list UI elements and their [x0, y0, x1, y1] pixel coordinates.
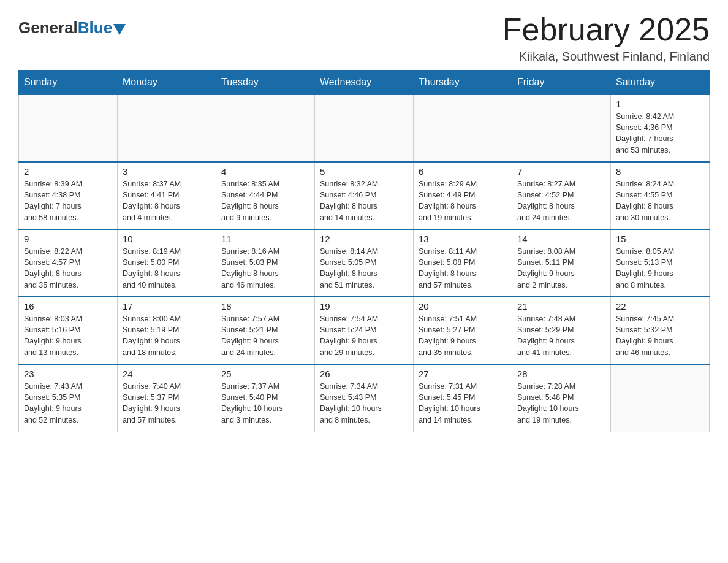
title-block: February 2025 Kiikala, Southwest Finland…: [502, 12, 710, 64]
day-number: 7: [517, 166, 605, 177]
weekday-header-row: SundayMondayTuesdayWednesdayThursdayFrid…: [19, 71, 710, 95]
calendar-cell: 7Sunrise: 8:27 AM Sunset: 4:52 PM Daylig…: [512, 162, 611, 229]
weekday-header-saturday: Saturday: [611, 71, 710, 95]
day-number: 3: [123, 166, 211, 177]
weekday-header-thursday: Thursday: [414, 71, 512, 95]
weekday-header-sunday: Sunday: [19, 71, 118, 95]
logo-blue-part: Blue: [78, 18, 126, 37]
day-number: 11: [221, 234, 309, 244]
calendar-cell: 15Sunrise: 8:05 AM Sunset: 5:13 PM Dayli…: [611, 229, 710, 297]
week-row-1: 1Sunrise: 8:42 AM Sunset: 4:36 PM Daylig…: [19, 94, 710, 162]
calendar-cell: 25Sunrise: 7:37 AM Sunset: 5:40 PM Dayli…: [216, 364, 315, 432]
calendar-cell: 21Sunrise: 7:48 AM Sunset: 5:29 PM Dayli…: [512, 297, 611, 364]
day-info: Sunrise: 8:27 AM Sunset: 4:52 PM Dayligh…: [517, 178, 605, 223]
day-info: Sunrise: 8:29 AM Sunset: 4:49 PM Dayligh…: [419, 178, 507, 223]
day-info: Sunrise: 7:45 AM Sunset: 5:32 PM Dayligh…: [616, 313, 704, 358]
day-number: 23: [24, 369, 112, 379]
calendar-cell: 2Sunrise: 8:39 AM Sunset: 4:38 PM Daylig…: [19, 162, 118, 229]
day-number: 26: [320, 369, 408, 379]
calendar-cell: [216, 94, 315, 162]
day-info: Sunrise: 8:32 AM Sunset: 4:46 PM Dayligh…: [320, 178, 408, 223]
logo-general-text: General: [18, 18, 78, 37]
day-info: Sunrise: 8:00 AM Sunset: 5:19 PM Dayligh…: [123, 313, 211, 358]
day-number: 10: [123, 234, 211, 244]
day-info: Sunrise: 7:51 AM Sunset: 5:27 PM Dayligh…: [419, 313, 507, 358]
day-info: Sunrise: 7:34 AM Sunset: 5:43 PM Dayligh…: [320, 381, 408, 426]
day-info: Sunrise: 7:37 AM Sunset: 5:40 PM Dayligh…: [221, 381, 309, 426]
day-number: 15: [616, 234, 704, 244]
day-info: Sunrise: 7:28 AM Sunset: 5:48 PM Dayligh…: [517, 381, 605, 426]
day-info: Sunrise: 8:16 AM Sunset: 5:03 PM Dayligh…: [221, 246, 309, 291]
location-subtitle: Kiikala, Southwest Finland, Finland: [502, 50, 710, 64]
calendar-cell: 28Sunrise: 7:28 AM Sunset: 5:48 PM Dayli…: [512, 364, 611, 432]
calendar-cell: 24Sunrise: 7:40 AM Sunset: 5:37 PM Dayli…: [118, 364, 216, 432]
weekday-header-wednesday: Wednesday: [315, 71, 414, 95]
day-info: Sunrise: 7:54 AM Sunset: 5:24 PM Dayligh…: [320, 313, 408, 358]
day-number: 4: [221, 166, 309, 177]
calendar-cell: [118, 94, 216, 162]
logo: General Blue: [18, 18, 126, 37]
day-info: Sunrise: 7:31 AM Sunset: 5:45 PM Dayligh…: [419, 381, 507, 426]
calendar-cell: 22Sunrise: 7:45 AM Sunset: 5:32 PM Dayli…: [611, 297, 710, 364]
calendar-cell: 1Sunrise: 8:42 AM Sunset: 4:36 PM Daylig…: [611, 94, 710, 162]
day-number: 2: [24, 166, 112, 177]
day-number: 1: [616, 99, 704, 109]
logo-triangle-icon: [113, 24, 126, 35]
weekday-header-tuesday: Tuesday: [216, 71, 315, 95]
calendar-cell: 19Sunrise: 7:54 AM Sunset: 5:24 PM Dayli…: [315, 297, 414, 364]
calendar-cell: 4Sunrise: 8:35 AM Sunset: 4:44 PM Daylig…: [216, 162, 315, 229]
calendar-cell: 17Sunrise: 8:00 AM Sunset: 5:19 PM Dayli…: [118, 297, 216, 364]
day-info: Sunrise: 8:05 AM Sunset: 5:13 PM Dayligh…: [616, 246, 704, 291]
calendar-cell: [414, 94, 512, 162]
day-number: 8: [616, 166, 704, 177]
calendar-cell: [19, 94, 118, 162]
day-info: Sunrise: 8:24 AM Sunset: 4:55 PM Dayligh…: [616, 178, 704, 223]
calendar-cell: 12Sunrise: 8:14 AM Sunset: 5:05 PM Dayli…: [315, 229, 414, 297]
calendar-cell: 8Sunrise: 8:24 AM Sunset: 4:55 PM Daylig…: [611, 162, 710, 229]
day-number: 22: [616, 301, 704, 312]
day-number: 16: [24, 301, 112, 312]
month-title: February 2025: [502, 12, 710, 47]
calendar-cell: [512, 94, 611, 162]
page-header: General Blue February 2025 Kiikala, Sout…: [18, 12, 710, 64]
weekday-header-monday: Monday: [118, 71, 216, 95]
day-number: 25: [221, 369, 309, 379]
week-row-4: 16Sunrise: 8:03 AM Sunset: 5:16 PM Dayli…: [19, 297, 710, 364]
calendar-cell: 5Sunrise: 8:32 AM Sunset: 4:46 PM Daylig…: [315, 162, 414, 229]
day-number: 27: [419, 369, 507, 379]
calendar-cell: [611, 364, 710, 432]
day-info: Sunrise: 8:14 AM Sunset: 5:05 PM Dayligh…: [320, 246, 408, 291]
day-number: 6: [419, 166, 507, 177]
day-number: 20: [419, 301, 507, 312]
calendar-cell: 11Sunrise: 8:16 AM Sunset: 5:03 PM Dayli…: [216, 229, 315, 297]
calendar-cell: 9Sunrise: 8:22 AM Sunset: 4:57 PM Daylig…: [19, 229, 118, 297]
day-info: Sunrise: 8:22 AM Sunset: 4:57 PM Dayligh…: [24, 246, 112, 291]
week-row-3: 9Sunrise: 8:22 AM Sunset: 4:57 PM Daylig…: [19, 229, 710, 297]
day-info: Sunrise: 8:39 AM Sunset: 4:38 PM Dayligh…: [24, 178, 112, 223]
day-number: 5: [320, 166, 408, 177]
logo-blue-text: Blue: [78, 18, 112, 37]
day-info: Sunrise: 8:03 AM Sunset: 5:16 PM Dayligh…: [24, 313, 112, 358]
calendar-cell: [315, 94, 414, 162]
day-number: 12: [320, 234, 408, 244]
calendar-cell: 26Sunrise: 7:34 AM Sunset: 5:43 PM Dayli…: [315, 364, 414, 432]
calendar-cell: 3Sunrise: 8:37 AM Sunset: 4:41 PM Daylig…: [118, 162, 216, 229]
day-info: Sunrise: 8:08 AM Sunset: 5:11 PM Dayligh…: [517, 246, 605, 291]
weekday-header-friday: Friday: [512, 71, 611, 95]
day-info: Sunrise: 8:11 AM Sunset: 5:08 PM Dayligh…: [419, 246, 507, 291]
calendar-cell: 16Sunrise: 8:03 AM Sunset: 5:16 PM Dayli…: [19, 297, 118, 364]
calendar-cell: 6Sunrise: 8:29 AM Sunset: 4:49 PM Daylig…: [414, 162, 512, 229]
day-info: Sunrise: 8:37 AM Sunset: 4:41 PM Dayligh…: [123, 178, 211, 223]
calendar-table: SundayMondayTuesdayWednesdayThursdayFrid…: [18, 70, 710, 432]
week-row-5: 23Sunrise: 7:43 AM Sunset: 5:35 PM Dayli…: [19, 364, 710, 432]
week-row-2: 2Sunrise: 8:39 AM Sunset: 4:38 PM Daylig…: [19, 162, 710, 229]
day-info: Sunrise: 7:43 AM Sunset: 5:35 PM Dayligh…: [24, 381, 112, 426]
calendar-cell: 27Sunrise: 7:31 AM Sunset: 5:45 PM Dayli…: [414, 364, 512, 432]
calendar-cell: 14Sunrise: 8:08 AM Sunset: 5:11 PM Dayli…: [512, 229, 611, 297]
day-number: 24: [123, 369, 211, 379]
calendar-cell: 18Sunrise: 7:57 AM Sunset: 5:21 PM Dayli…: [216, 297, 315, 364]
day-info: Sunrise: 8:19 AM Sunset: 5:00 PM Dayligh…: [123, 246, 211, 291]
calendar-cell: 23Sunrise: 7:43 AM Sunset: 5:35 PM Dayli…: [19, 364, 118, 432]
calendar-cell: 13Sunrise: 8:11 AM Sunset: 5:08 PM Dayli…: [414, 229, 512, 297]
day-info: Sunrise: 8:35 AM Sunset: 4:44 PM Dayligh…: [221, 178, 309, 223]
